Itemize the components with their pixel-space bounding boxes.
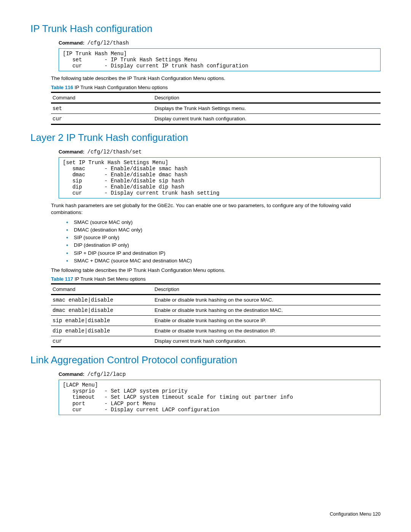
cell-cmd: sip enable|disable <box>51 316 153 326</box>
page: IP Trunk Hash configuration Command: /cf… <box>0 0 411 532</box>
command-label: Command: <box>59 149 84 155</box>
cell-cmd: cur <box>51 336 153 347</box>
table-header-command: Command <box>51 93 153 103</box>
table-header-command: Command <box>51 284 153 295</box>
intro-text: Trunk hash parameters are set globally f… <box>51 202 381 216</box>
cell-cmd: set <box>51 104 153 114</box>
code-box-lacp: [LACP Menu] sysprio - Set LACP system pr… <box>59 380 381 415</box>
command-line: Command: /cfg/l2/thash/set <box>59 149 381 155</box>
cell-desc: Display current trunk hash configuration… <box>153 336 381 347</box>
cell-cmd: dmac enable|disable <box>51 305 153 316</box>
command-line: Command: /cfg/l2/lacp <box>59 371 381 377</box>
list-item: SIP (source IP only) <box>59 234 381 241</box>
bullet-list: SMAC (source MAC only) DMAC (destination… <box>59 219 381 265</box>
table-caption: Table 116 IP Trunk Hash Configuration Me… <box>51 85 381 90</box>
code-box-thash: [IP Trunk Hash Menu] set - IP Trunk Hash… <box>59 48 381 71</box>
heading-ip-trunk-hash: IP Trunk Hash configuration <box>30 23 381 35</box>
table-row: sip enable|disable Enable or disable tru… <box>51 316 381 326</box>
table-number: Table 117 <box>51 276 73 282</box>
table-row: cur Display current trunk hash configura… <box>51 114 381 125</box>
cell-desc: Enable or disable trunk hashing on the s… <box>153 295 381 305</box>
table-117: Command Description smac enable|disable … <box>51 283 381 347</box>
table-caption: Table 117 IP Trunk Hash Set Menu options <box>51 276 381 282</box>
table-row: dip enable|disable Enable or disable tru… <box>51 326 381 336</box>
command-label: Command: <box>59 371 84 377</box>
page-footer: Configuration Menu 120 <box>330 511 381 517</box>
outro-text: The following table describes the IP Tru… <box>51 267 381 274</box>
list-item: SMAC (source MAC only) <box>59 219 381 226</box>
cell-cmd: smac enable|disable <box>51 295 153 305</box>
intro-text: The following table describes the IP Tru… <box>51 75 381 82</box>
cell-cmd: dip enable|disable <box>51 326 153 336</box>
table-number: Table 116 <box>51 85 73 90</box>
table-row: set Displays the Trunk Hash Settings men… <box>51 104 381 114</box>
cell-desc: Enable or disable trunk hashing on the s… <box>153 316 381 326</box>
command-label: Command: <box>59 40 84 46</box>
heading-layer2-trunk-hash: Layer 2 IP Trunk Hash configuration <box>30 132 381 144</box>
table-header-description: Description <box>153 284 381 295</box>
list-item: DIP (destination IP only) <box>59 241 381 249</box>
table-caption-text: IP Trunk Hash Configuration Menu options <box>73 85 167 90</box>
code-box-thash-set: [set IP Trunk Hash Settings Menu] smac -… <box>59 157 381 199</box>
command-line: Command: /cfg/l2/thash <box>59 40 381 46</box>
cell-desc: Displays the Trunk Hash Settings menu. <box>153 104 381 114</box>
table-row: cur Display current trunk hash configura… <box>51 336 381 347</box>
list-item: SIP + DIP (source IP and destination IP) <box>59 249 381 257</box>
list-item: SMAC + DMAC (source MAC and destination … <box>59 257 381 265</box>
table-row: dmac enable|disable Enable or disable tr… <box>51 305 381 316</box>
table-row: smac enable|disable Enable or disable tr… <box>51 295 381 305</box>
list-item: DMAC (destination MAC only) <box>59 226 381 234</box>
cell-desc: Enable or disable trunk hashing on the d… <box>153 326 381 336</box>
table-header-description: Description <box>153 93 381 103</box>
command-path: /cfg/l2/lacp <box>88 371 126 377</box>
cell-desc: Enable or disable trunk hashing on the d… <box>153 305 381 316</box>
command-path: /cfg/l2/thash/set <box>88 149 142 155</box>
table-116: Command Description set Displays the Tru… <box>51 92 381 125</box>
cell-cmd: cur <box>51 114 153 125</box>
command-path: /cfg/l2/thash <box>88 40 129 46</box>
cell-desc: Display current trunk hash configuration… <box>153 114 381 125</box>
heading-lacp: Link Aggregation Control Protocol config… <box>30 354 381 366</box>
table-caption-text: IP Trunk Hash Set Menu options <box>73 276 146 282</box>
